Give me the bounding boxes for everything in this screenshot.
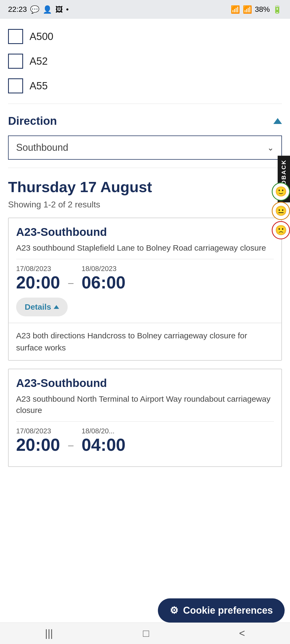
card-title-2: A23-Southbound <box>16 377 274 390</box>
nav-recent-apps-icon[interactable]: ||| <box>45 628 53 639</box>
checkbox-item-a500[interactable]: A500 <box>8 24 282 49</box>
card-desc-1: A23 southbound Staplefield Lane to Bolne… <box>16 242 274 254</box>
end-date-2: 18/08/20... <box>82 427 126 435</box>
nav-home-icon[interactable]: □ <box>143 628 149 639</box>
results-date: Thursday 17 August <box>8 179 282 195</box>
divider-1 <box>8 104 282 104</box>
card-title-1: A23-Southbound <box>16 226 274 239</box>
end-time-value-2: 04:00 <box>82 436 126 453</box>
end-time-value-1: 06:00 <box>82 274 126 291</box>
card-desc-2: A23 southbound North Terminal to Airport… <box>16 393 274 416</box>
result-card-1: A23-Southbound A23 southbound Staplefiel… <box>8 218 282 361</box>
card-divider-1 <box>16 259 274 259</box>
checkbox-a52[interactable] <box>8 54 23 69</box>
details-button-1[interactable]: Details <box>16 298 68 316</box>
checkbox-label-a55: A55 <box>30 80 48 92</box>
end-time-block-2: 18/08/20... 04:00 <box>82 427 126 453</box>
end-time-block-1: 18/08/2023 06:00 <box>82 265 126 291</box>
card-extra-text-1: A23 both directions Handcross to Bolney … <box>16 330 274 354</box>
direction-collapse-arrow[interactable] <box>273 118 282 124</box>
account-icon: 👤 <box>43 5 52 14</box>
direction-header[interactable]: Direction <box>8 115 282 127</box>
gear-icon: ⚙ <box>170 605 178 616</box>
start-time-block-1: 17/08/2023 20:00 <box>16 265 60 291</box>
divider-2 <box>8 168 282 168</box>
status-bar: 22:23 💬 👤 🖼 • 📶 📶 38% 🔋 <box>0 0 290 19</box>
checkbox-section: A500 A52 A55 <box>0 19 290 101</box>
wifi-icon: 📶 <box>231 5 240 14</box>
result-card-2: A23-Southbound A23 southbound North Term… <box>8 369 282 467</box>
image-icon: 🖼 <box>55 5 63 14</box>
bottom-nav: ||| □ < <box>0 623 290 644</box>
smiley-neutral[interactable]: 😐 <box>272 202 290 220</box>
cookie-banner[interactable]: ⚙ Cookie preferences <box>158 598 285 623</box>
cookie-label: Cookie preferences <box>183 605 273 616</box>
time-separator-1: – <box>68 277 74 291</box>
checkbox-label-a500: A500 <box>30 31 53 42</box>
smiley-sad[interactable]: 🙁 <box>272 221 290 239</box>
battery-percent: 38% <box>255 5 270 14</box>
card-main-2: A23-Southbound A23 southbound North Term… <box>9 369 281 466</box>
card-times-2: 17/08/2023 20:00 – 18/08/20... 04:00 <box>16 427 274 453</box>
results-section: Thursday 17 August Showing 1-2 of 2 resu… <box>0 171 290 480</box>
chevron-down-icon: ⌄ <box>267 143 274 152</box>
status-right: 📶 📶 38% 🔋 <box>231 5 282 14</box>
card-extra-1: A23 both directions Handcross to Bolney … <box>9 323 281 360</box>
checkbox-a500[interactable] <box>8 29 23 44</box>
start-date-2: 17/08/2023 <box>16 427 60 435</box>
checkbox-item-a52[interactable]: A52 <box>8 49 282 74</box>
main-content: A500 A52 A55 Direction Southbound ⌄ Thur… <box>0 19 290 644</box>
start-time-value-2: 20:00 <box>16 436 60 453</box>
checkbox-label-a52: A52 <box>30 56 48 67</box>
nav-back-icon[interactable]: < <box>239 628 245 639</box>
whatsapp-icon: 💬 <box>30 5 39 14</box>
details-arrow-up-icon <box>54 305 59 309</box>
end-date-1: 18/08/2023 <box>82 265 126 273</box>
card-times-1: 17/08/2023 20:00 – 18/08/2023 06:00 <box>16 265 274 291</box>
time-separator-2: – <box>68 440 74 453</box>
direction-selected-value: Southbound <box>16 142 68 153</box>
direction-select[interactable]: Southbound ⌄ <box>8 136 282 160</box>
smiley-group: 🙂 😐 🙁 <box>272 182 290 239</box>
start-time-value-1: 20:00 <box>16 274 60 291</box>
smiley-happy[interactable]: 🙂 <box>272 182 290 201</box>
start-date-1: 17/08/2023 <box>16 265 60 273</box>
direction-title: Direction <box>8 115 57 127</box>
checkbox-item-a55[interactable]: A55 <box>8 74 282 98</box>
status-time: 22:23 <box>8 5 27 14</box>
checkbox-a55[interactable] <box>8 78 23 93</box>
results-count: Showing 1-2 of 2 results <box>8 200 282 210</box>
card-main-1: A23-Southbound A23 southbound Staplefiel… <box>9 218 281 323</box>
status-left: 22:23 💬 👤 🖼 • <box>8 5 69 14</box>
details-label-1: Details <box>25 302 51 312</box>
signal-icon: 📶 <box>243 5 252 14</box>
card-divider-2 <box>16 421 274 422</box>
direction-section: Direction Southbound ⌄ <box>0 107 290 165</box>
battery-icon: 🔋 <box>273 5 282 14</box>
dot-icon: • <box>66 5 69 14</box>
start-time-block-2: 17/08/2023 20:00 <box>16 427 60 453</box>
